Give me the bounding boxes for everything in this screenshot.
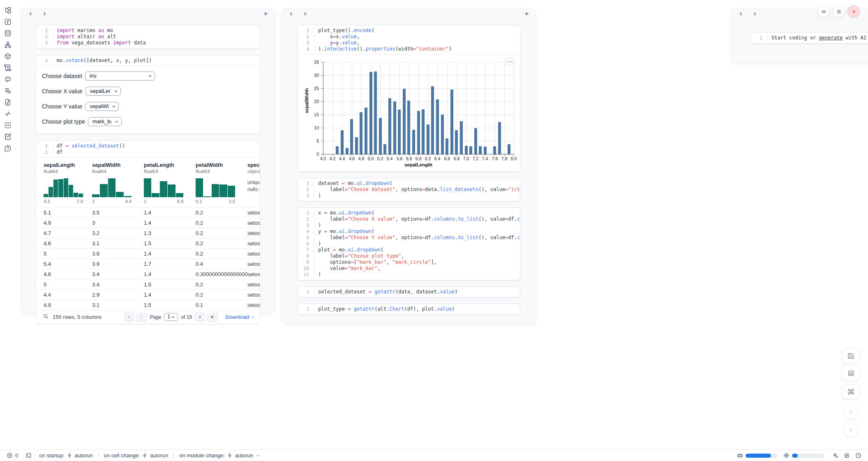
sidebar-icon-function-square[interactable] (4, 18, 12, 25)
table-scroll-area[interactable]: sepalLengthfloat644.37.9sepalWidthfloat6… (36, 158, 260, 207)
keyboard-shortcuts-button[interactable] (842, 384, 860, 399)
code-editor[interactable]: 1mo.vstack([dataset, x, y, plot]) (36, 55, 260, 66)
hamburger-icon (821, 9, 827, 15)
column-prev-button[interactable] (737, 11, 744, 17)
dropdown-select[interactable]: sepalLength (85, 87, 121, 96)
chart-bar (508, 144, 510, 154)
x-tick-label: 5.8 (406, 156, 412, 161)
table-cell: 1.4 (144, 292, 196, 298)
chart-bar (369, 72, 372, 154)
layout-toggle-button[interactable] (842, 366, 860, 381)
run-button[interactable] (843, 422, 859, 438)
table-row: 53.61.40.2setosa (36, 248, 260, 258)
dropdown-row: Choose X valuesepalLength (42, 86, 254, 96)
x-tick-label: 8.0 (511, 156, 517, 161)
close-button[interactable] (847, 5, 860, 18)
stop-button[interactable] (843, 404, 859, 420)
sidebar-icon-database[interactable] (4, 30, 12, 37)
dropdown-y-value[interactable]: sepalWidth (85, 102, 119, 111)
fold-chevron-icon[interactable]: ⌄ (311, 247, 313, 254)
column-header-petalWidth[interactable]: petalWidthfloat640.12.5 (196, 162, 247, 207)
code-editor[interactable]: 1import marimo as mo2import altair as al… (36, 25, 260, 48)
code-editor[interactable]: 1⌄x = mo.ui.dropdown(2 label="Choose X v… (298, 208, 520, 280)
code-editor[interactable]: 1df = selected_dataset()2df (36, 141, 260, 157)
page-select-input[interactable]: 1 (164, 313, 178, 321)
bar-chart-plot-area[interactable]: 4.04.24.44.64.85.05.25.45.65.86.06.26.46… (323, 62, 514, 154)
python-runtime-button[interactable] (844, 452, 850, 459)
error-count-indicator[interactable]: 0 (7, 452, 18, 459)
fold-chevron-icon[interactable]: ⌄ (311, 28, 313, 34)
sidebar-icon-package[interactable] (4, 53, 12, 60)
dropdown-select[interactable]: sepalWidth (85, 102, 119, 111)
dropdown-select[interactable]: mark_bar (88, 117, 122, 126)
next-page-button[interactable] (195, 313, 205, 322)
sidebar-icon-file-tree[interactable] (4, 7, 12, 14)
settings-button[interactable] (833, 5, 845, 18)
chart-bar (450, 90, 453, 154)
column-header-sepalLength[interactable]: sepalLengthfloat644.37.9 (44, 162, 92, 207)
dropdown-x-value[interactable]: sepalLength (85, 87, 121, 96)
status-divider (98, 452, 99, 459)
x-tick-label: 4.2 (330, 156, 336, 161)
prev-page-button[interactable] (136, 313, 147, 322)
column-dtype: float64 (92, 169, 140, 174)
column-prev-button[interactable] (27, 11, 34, 17)
add-cell-button[interactable] (262, 11, 269, 17)
scratch-code-cell[interactable]: 1 Start coding or generate with AI (750, 32, 868, 44)
code-text: ) (314, 241, 520, 247)
autorun-config-1[interactable]: on cell change:autorun (104, 452, 169, 459)
column-next-button[interactable] (41, 11, 48, 17)
table-cell: 4.6 (44, 271, 92, 277)
code-editor[interactable]: 1⌄dataset = mo.ui.dropdown(2 label="Choo… (298, 178, 520, 201)
column-header-species[interactable]: speciesobjectunique:nulls: (247, 162, 260, 207)
first-page-button[interactable] (124, 313, 134, 322)
sidebar-icon-activity[interactable] (4, 110, 12, 118)
column-header-petalLength[interactable]: petalLengthfloat6416.9 (144, 162, 196, 207)
sidebar-icon-help[interactable] (4, 145, 12, 152)
code-line: 1⌄x = mo.ui.dropdown( (298, 210, 520, 216)
table-cell: 0.2 (196, 240, 247, 247)
column-next-button[interactable] (751, 11, 758, 17)
menu-button[interactable] (817, 5, 830, 18)
sidebar-icon-log-search[interactable] (4, 87, 12, 95)
dropdown-select[interactable]: iris (85, 71, 155, 81)
code-editor[interactable]: 1selected_dataset = getattr(data, datase… (298, 287, 520, 297)
dataframe-output: sepalLengthfloat644.37.9sepalWidthfloat6… (36, 157, 260, 324)
sidebar-icon-chat-bot[interactable] (4, 76, 12, 83)
fold-chevron-icon[interactable]: ⌄ (311, 229, 313, 235)
ai-assistant-button[interactable] (832, 452, 838, 459)
sidebar-icon-workflow[interactable] (4, 41, 12, 48)
add-cell-button[interactable] (523, 11, 530, 17)
code-editor[interactable]: 1plot_type = getattr(alt.Chart(df), plot… (298, 304, 520, 314)
column-header-sepalWidth[interactable]: sepalWidthfloat6424.4 (92, 162, 144, 207)
column-prev-button[interactable] (288, 11, 294, 17)
column-next-button[interactable] (302, 11, 308, 17)
dropdown-plot-type[interactable]: mark_bar (88, 117, 122, 126)
page-select[interactable]: 1 (164, 313, 178, 321)
code-editor[interactable]: 1⌄plot_type().encode(2 x=x.value,3 y=y.v… (298, 25, 520, 54)
save-button[interactable] (842, 348, 860, 364)
chart-bar (465, 146, 468, 154)
download-button[interactable]: Download (225, 314, 255, 320)
fold-chevron-icon[interactable]: ⌄ (311, 181, 313, 187)
code-editor-placeholder[interactable]: Start coding or generate with AI (767, 35, 868, 41)
table-cell: 1.4 (144, 210, 196, 216)
sidebar-icon-scratchpad[interactable] (4, 133, 12, 141)
sidebar-icon-code-snippet[interactable] (4, 122, 12, 129)
terminal-button[interactable] (25, 452, 32, 459)
sidebar-icon-document[interactable] (4, 99, 12, 106)
code-cell: 1plot_type = getattr(alt.Chart(df), plot… (297, 304, 520, 315)
runtime-status-button[interactable] (855, 452, 861, 459)
generate-with-ai-link[interactable]: generate (819, 35, 843, 41)
sidebar-icon-script[interactable] (4, 64, 12, 71)
histogram-range: 0.12.5 (196, 199, 235, 207)
dropdown-dataset[interactable]: iris (85, 71, 155, 81)
table-cell: 0.2 (196, 292, 247, 298)
fold-chevron-icon[interactable]: ⌄ (311, 210, 313, 217)
autorun-config-2[interactable]: on module change:autorun (179, 452, 261, 459)
chart-bar (474, 128, 477, 154)
table-search-button[interactable] (43, 313, 48, 321)
autorun-config-0[interactable]: on startup:autorun (39, 452, 93, 459)
table-cell: 0.2 (196, 230, 247, 236)
last-page-button[interactable] (207, 313, 217, 322)
